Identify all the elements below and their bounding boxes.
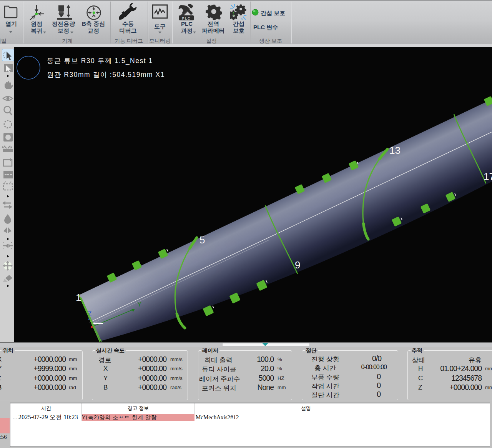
svg-text:원관 R30mm 길이 :504.519mm X1: 원관 R30mm 길이 :504.519mm X1 bbox=[47, 71, 165, 78]
svg-text:둥근 튜브 R30 두께 1.5_Nest 1: 둥근 튜브 R30 두께 1.5_Nest 1 bbox=[47, 57, 153, 65]
svg-text:PLC: PLC bbox=[182, 16, 191, 20]
svg-text:9: 9 bbox=[295, 259, 300, 271]
svg-text:13: 13 bbox=[389, 145, 401, 156]
svg-text:5: 5 bbox=[199, 234, 205, 246]
svg-text:17: 17 bbox=[484, 171, 492, 182]
svg-text:Y: Y bbox=[137, 301, 141, 308]
svg-text:1: 1 bbox=[76, 292, 81, 303]
